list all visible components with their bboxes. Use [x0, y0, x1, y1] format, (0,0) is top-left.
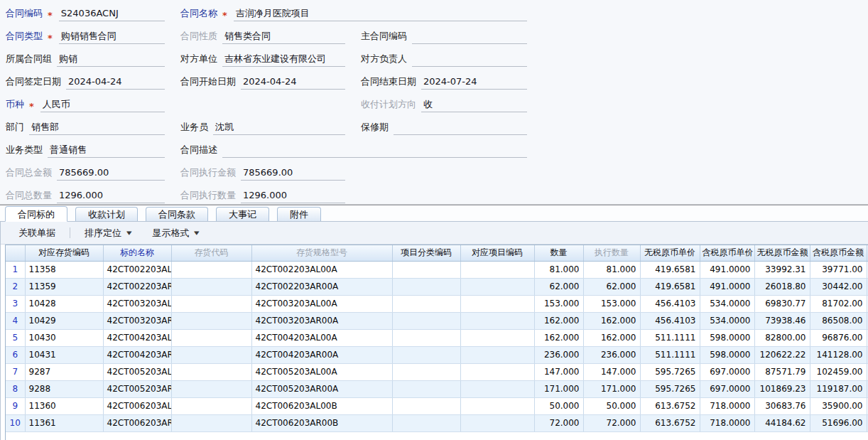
- column-header[interactable]: 对应项目编码: [460, 245, 534, 261]
- column-header[interactable]: 数量: [534, 245, 583, 261]
- grid-cell[interactable]: [171, 414, 251, 431]
- grid-cell[interactable]: 62.000: [583, 278, 640, 295]
- grid-cell[interactable]: 86508.00: [810, 312, 867, 329]
- grid-cell[interactable]: 51696.00: [810, 414, 867, 431]
- grid-cell[interactable]: 236.000: [583, 346, 640, 363]
- tab-milestones[interactable]: 大事记: [216, 207, 269, 221]
- grid-cell[interactable]: 30683.76: [754, 397, 810, 414]
- grid-cell[interactable]: 718.0000: [700, 414, 754, 431]
- grid-cell[interactable]: [171, 261, 251, 278]
- grid-cell[interactable]: 491.0000: [700, 278, 754, 295]
- grid-cell[interactable]: 102459.00: [810, 363, 867, 380]
- grid-cell[interactable]: 42CT004203AR00A: [251, 346, 392, 363]
- grid-cell[interactable]: 697.0000: [700, 363, 754, 380]
- grid-cell[interactable]: 162.000: [534, 329, 583, 346]
- grid-cell[interactable]: [392, 312, 460, 329]
- field-input-master-contract-code[interactable]: [412, 31, 527, 44]
- grid-cell[interactable]: 153.000: [534, 295, 583, 312]
- grid-cell[interactable]: 613.6752: [640, 397, 700, 414]
- grid-cell[interactable]: 42CT006203AL...: [103, 397, 171, 414]
- grid-cell[interactable]: [171, 295, 251, 312]
- grid-cell[interactable]: 42CT006203AR...: [103, 414, 171, 431]
- grid-cell[interactable]: 419.6581: [640, 261, 700, 278]
- grid-cell[interactable]: [460, 414, 534, 431]
- field-input-sign-date[interactable]: 2024-04-24: [66, 76, 165, 90]
- row-number[interactable]: 9: [6, 397, 25, 414]
- grid-cell[interactable]: 50.000: [583, 397, 640, 414]
- grid-cell[interactable]: [171, 397, 251, 414]
- column-header[interactable]: 存货代码: [171, 245, 251, 261]
- column-header[interactable]: 项目分类编码: [392, 245, 460, 261]
- grid-cell[interactable]: 456.4103: [640, 295, 700, 312]
- grid-cell[interactable]: 511.1111: [640, 329, 700, 346]
- column-header[interactable]: 对应存货编码: [25, 245, 103, 261]
- grid-cell[interactable]: 42CT003203AL...: [103, 295, 171, 312]
- field-input-contract-description[interactable]: [222, 145, 527, 158]
- grid-cell[interactable]: [392, 414, 460, 431]
- row-number[interactable]: 6: [6, 346, 25, 363]
- field-input-start-date[interactable]: 2024-04-24: [241, 76, 345, 90]
- grid-cell[interactable]: 39771.00: [810, 261, 867, 278]
- grid-cell[interactable]: 598.0000: [700, 329, 754, 346]
- field-input-counterpart-contact[interactable]: [412, 54, 527, 67]
- grid-cell[interactable]: 87571.79: [754, 363, 810, 380]
- field-input-counterpart-unit[interactable]: 吉林省东业建设有限公司: [222, 53, 345, 67]
- grid-cell[interactable]: 598.0000: [700, 346, 754, 363]
- sort-locate-button[interactable]: 排序定位 ▼: [74, 225, 141, 241]
- grid-cell[interactable]: 9287: [25, 363, 103, 380]
- grid-cell[interactable]: 697.0000: [700, 380, 754, 397]
- grid-cell[interactable]: [460, 346, 534, 363]
- grid-cell[interactable]: [460, 363, 534, 380]
- grid-cell[interactable]: 69830.77: [754, 295, 810, 312]
- grid-cell[interactable]: 162.000: [583, 329, 640, 346]
- field-input-warranty-period[interactable]: [394, 122, 527, 135]
- grid-cell[interactable]: 534.0000: [700, 295, 754, 312]
- grid-cell[interactable]: 11359: [25, 278, 103, 295]
- grid-cell[interactable]: 42CT005203AL00A: [251, 363, 392, 380]
- tab-payment-plan[interactable]: 收款计划: [75, 207, 138, 221]
- grid-cell[interactable]: 11360: [25, 397, 103, 414]
- grid-cell[interactable]: 120622.22: [754, 346, 810, 363]
- grid-cell[interactable]: 96876.00: [810, 329, 867, 346]
- grid-cell[interactable]: 511.1111: [640, 346, 700, 363]
- grid-cell[interactable]: [392, 363, 460, 380]
- grid-cell[interactable]: [171, 278, 251, 295]
- grid-cell[interactable]: 42CT004203AL...: [103, 329, 171, 346]
- column-header[interactable]: 无税原币金额: [754, 245, 810, 261]
- grid-cell[interactable]: [460, 261, 534, 278]
- grid-cell[interactable]: [392, 295, 460, 312]
- tab-contract-items[interactable]: 合同标的: [5, 206, 67, 222]
- grid-cell[interactable]: 81.000: [583, 261, 640, 278]
- grid-cell[interactable]: 30442.00: [810, 278, 867, 295]
- grid-cell[interactable]: 718.0000: [700, 397, 754, 414]
- grid-cell[interactable]: 613.6752: [640, 414, 700, 431]
- grid-cell[interactable]: 419.6581: [640, 278, 700, 295]
- grid-cell[interactable]: [460, 329, 534, 346]
- grid-cell[interactable]: [392, 329, 460, 346]
- grid-cell[interactable]: [171, 380, 251, 397]
- grid-cell[interactable]: 42CT004203AR...: [103, 346, 171, 363]
- row-number[interactable]: 4: [6, 312, 25, 329]
- grid-cell[interactable]: 42CT005203AR...: [103, 380, 171, 397]
- grid-cell[interactable]: 10430: [25, 329, 103, 346]
- grid-cell[interactable]: 42CT006203AR00B: [251, 414, 392, 431]
- row-number[interactable]: 1: [6, 261, 25, 278]
- grid-cell[interactable]: [171, 312, 251, 329]
- grid-cell[interactable]: 42CT005203AR00A: [251, 380, 392, 397]
- grid-cell[interactable]: [460, 312, 534, 329]
- field-input-contract-type[interactable]: 购销销售合同: [59, 31, 165, 44]
- grid-cell[interactable]: 236.000: [534, 346, 583, 363]
- grid-cell[interactable]: 44184.62: [754, 414, 810, 431]
- field-input-contract-group[interactable]: 购销: [57, 53, 165, 67]
- grid-cell[interactable]: 147.000: [583, 363, 640, 380]
- field-input-contract-code[interactable]: S24036ACNJ: [59, 8, 165, 21]
- field-input-salesperson[interactable]: 沈凯: [213, 122, 345, 135]
- field-input-contract-name[interactable]: 吉润净月医院项目: [234, 8, 527, 21]
- grid-cell[interactable]: [460, 278, 534, 295]
- grid-cell[interactable]: 10429: [25, 312, 103, 329]
- grid-cell[interactable]: [171, 329, 251, 346]
- grid-cell[interactable]: [392, 397, 460, 414]
- tab-contract-terms[interactable]: 合同条款: [146, 207, 208, 221]
- grid-cell[interactable]: 534.0000: [700, 312, 754, 329]
- grid-cell[interactable]: [171, 346, 251, 363]
